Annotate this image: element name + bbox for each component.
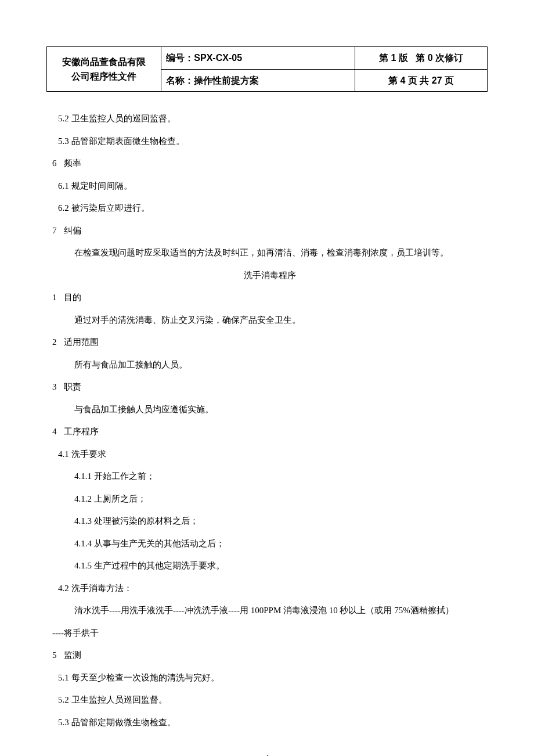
procedure-title: 洗手消毒程序 — [52, 269, 488, 282]
page-info-text: 第 4 页 共 27 页 — [388, 75, 454, 85]
item-4-1-3: 4.1.3 处理被污染的原材料之后； — [52, 514, 488, 528]
section-6-title: 频率 — [64, 159, 81, 168]
doc-name-cell: 名称：操作性前提方案 — [161, 69, 355, 92]
item-6-1: 6.1 规定时间间隔。 — [52, 179, 488, 193]
proc-section-2: 2适用范围 — [52, 336, 488, 349]
proc-section-1-title: 目的 — [64, 293, 81, 302]
proc-section-3-number: 3 — [52, 382, 57, 391]
page-info-cell: 第 4 页 共 27 页 — [355, 69, 488, 92]
doc-number: SPX-CX-05 — [194, 53, 242, 63]
proc-section-4-title: 工序程序 — [64, 427, 99, 436]
item-4-1-4: 4.1.4 从事与生产无关的其他活动之后； — [52, 537, 488, 550]
proc-section-5-title: 监测 — [64, 650, 81, 660]
item-6-2: 6.2 被污染后立即进行。 — [52, 201, 488, 215]
item-5-3: 5.3 品管部定期表面微生物检查。 — [52, 135, 488, 148]
proc-section-3-title: 职责 — [64, 382, 81, 391]
item-4-1-5: 4.1.5 生产过程中的其他定期洗手要求。 — [52, 559, 488, 573]
item-4-2-body1: 清水洗手----用洗手液洗手----冲洗洗手液----用 100PPM 消毒液浸… — [52, 604, 488, 617]
proc-section-3-body: 与食品加工接触人员均应遵循实施。 — [52, 403, 488, 416]
section-7-number: 7 — [52, 226, 57, 235]
item-4-1-1: 4.1.1 开始工作之前； — [52, 470, 488, 483]
company-name-line2: 公司程序性文件 — [52, 69, 156, 84]
proc-section-5-number: 5 — [52, 650, 57, 660]
item-5b-2: 5.2 卫生监控人员巡回监督。 — [52, 693, 488, 707]
document-content: 5.2 卫生监控人员的巡回监督。 5.3 品管部定期表面微生物检查。 6频率 6… — [52, 112, 488, 729]
doc-number-cell: 编号：SPX-CX-05 — [161, 47, 355, 70]
item-5-2: 5.2 卫生监控人员的巡回监督。 — [52, 112, 488, 125]
proc-section-1-body: 通过对手的清洗消毒、防止交叉污染，确保产品安全卫生。 — [52, 314, 488, 327]
proc-section-2-body: 所有与食品加工接触的人员。 — [52, 358, 488, 372]
item-4-2: 4.2 洗手消毒方法： — [52, 582, 488, 595]
version-cell: 第 1 版 第 0 次修订 — [355, 47, 488, 70]
doc-name: 操作性前提方案 — [194, 75, 259, 85]
version-text: 第 1 版 — [379, 53, 408, 63]
item-5b-3: 5.3 品管部定期做微生物检查。 — [52, 716, 488, 729]
company-name-line1: 安徽尚品萱食品有限 — [52, 55, 156, 70]
item-4-1: 4.1 洗手要求 — [52, 448, 488, 461]
proc-section-4: 4工序程序 — [52, 425, 488, 438]
section-7-title: 纠偏 — [64, 226, 81, 235]
proc-section-1: 1目的 — [52, 291, 488, 304]
section-7-body: 在检查发现问题时应采取适当的方法及时纠正，如再清洁、消毒，检查消毒剂浓度，员工培… — [52, 246, 488, 260]
company-name-cell: 安徽尚品萱食品有限 公司程序性文件 — [47, 47, 161, 92]
proc-section-2-title: 适用范围 — [64, 337, 99, 347]
section-6-number: 6 — [52, 159, 57, 168]
page-number: 4 — [46, 752, 488, 756]
item-4-1-2: 4.1.2 上厕所之后； — [52, 492, 488, 506]
proc-section-4-number: 4 — [52, 427, 57, 436]
doc-name-label: 名称： — [166, 75, 194, 85]
document-header-table: 安徽尚品萱食品有限 公司程序性文件 编号：SPX-CX-05 第 1 版 第 0… — [46, 46, 488, 92]
section-7: 7纠偏 — [52, 224, 488, 237]
proc-section-5: 5监测 — [52, 649, 488, 662]
section-6: 6频率 — [52, 157, 488, 170]
doc-number-label: 编号： — [166, 53, 194, 63]
proc-section-3: 3职责 — [52, 380, 488, 394]
revision-text: 第 0 次修订 — [416, 53, 463, 63]
proc-section-1-number: 1 — [52, 293, 57, 302]
proc-section-2-number: 2 — [52, 337, 57, 347]
item-5b-1: 5.1 每天至少检查一次设施的清洗与完好。 — [52, 671, 488, 685]
item-4-2-body2: ----将手烘干 — [52, 627, 488, 640]
